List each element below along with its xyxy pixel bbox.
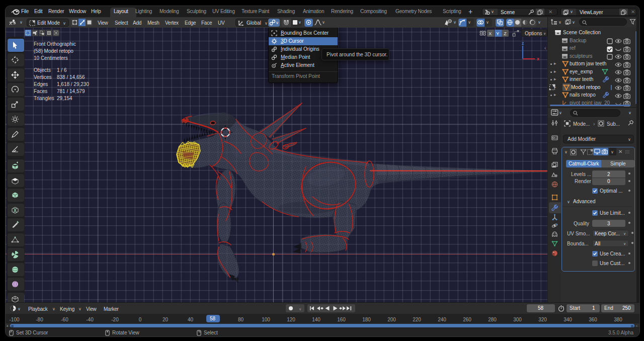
svg-text:z: z [522, 41, 524, 46]
svg-text:x: x [537, 56, 539, 61]
